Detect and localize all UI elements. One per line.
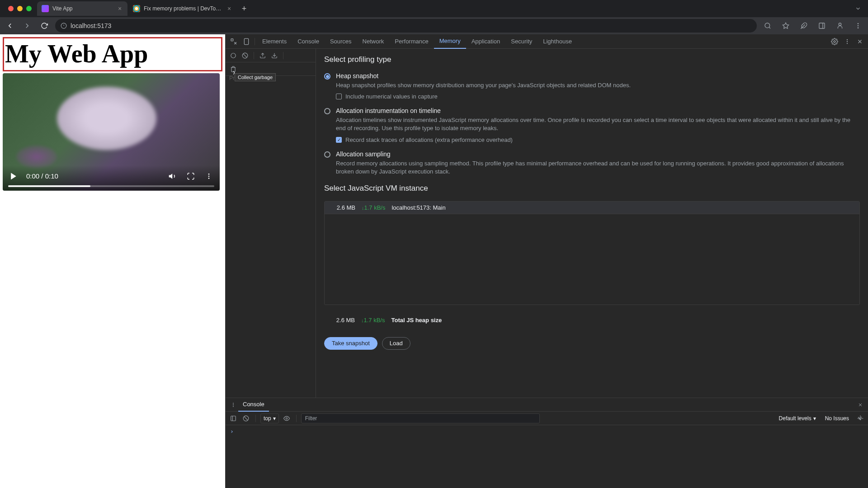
svg-point-23 [847,41,848,42]
svg-point-41 [286,418,288,419]
close-icon[interactable] [855,400,865,410]
gear-icon[interactable] [828,35,841,48]
device-toggle-icon[interactable] [240,35,253,48]
tab-title: Fix memory problems | DevTools [144,5,222,12]
radio-heap-snapshot[interactable]: Heap snapshot Heap snapshot profiles sho… [324,72,860,100]
menu-icon[interactable] [852,19,864,32]
radio-label: Heap snapshot [336,72,860,80]
chevron-down-icon[interactable] [852,2,864,15]
tab-title: Vite App [52,5,113,12]
chevron-down-icon: ▾ [813,415,816,422]
take-snapshot-button[interactable]: Take snapshot [324,337,377,350]
close-window-button[interactable] [8,6,14,11]
record-icon[interactable] [228,51,238,61]
profile-icon[interactable] [834,19,846,32]
radio-input[interactable] [324,108,330,114]
checkbox-input[interactable]: ✓ [336,137,342,143]
radio-allocation-timeline[interactable]: Allocation instrumentation on timeline A… [324,107,860,143]
forward-button[interactable] [21,19,33,32]
more-vertical-icon[interactable] [841,35,854,48]
play-icon[interactable] [8,171,19,182]
context-selector[interactable]: top ▾ [260,413,279,423]
fullscreen-icon[interactable] [185,171,196,182]
radio-description: Allocation timelines show instrumented J… [336,116,860,132]
svg-point-34 [233,406,234,407]
svg-point-10 [858,23,859,24]
tab-performance[interactable]: Performance [389,34,434,49]
inspect-icon[interactable] [227,35,240,48]
browser-tab[interactable]: Vite App × [37,1,127,16]
volume-icon[interactable] [167,171,178,182]
radio-description: Heap snapshot profiles show memory distr… [336,81,860,89]
clear-icon[interactable] [240,51,250,61]
tab-sources[interactable]: Sources [325,34,357,49]
tab-memory[interactable]: Memory [434,34,466,49]
upload-icon[interactable] [258,51,268,61]
svg-point-33 [233,404,234,405]
eye-icon[interactable] [282,413,292,423]
video-controls: 0:00 / 0:10 [3,165,220,191]
checkbox-input[interactable] [336,94,342,99]
vm-instance-heading: Select JavaScript VM instance [324,184,860,193]
browser-chrome: Vite App × Fix memory problems | DevTool… [0,0,868,34]
vm-instance-row[interactable]: 2.6 MB 1.7 kB/s localhost:5173: Main [325,202,859,214]
console-drawer: Console top ▾ Filter Default [226,398,868,488]
tab-network[interactable]: Network [357,34,390,49]
tab-lighthouse[interactable]: Lighthouse [538,34,577,49]
radio-label: Allocation instrumentation on timeline [336,107,860,114]
back-button[interactable] [4,19,16,32]
tab-elements[interactable]: Elements [257,34,292,49]
video-content [16,145,57,168]
svg-point-9 [839,23,841,25]
page-title: My Web App [3,37,222,71]
toolbar-right [761,19,864,32]
devtools-tabs: Elements Console Sources Network Perform… [226,34,868,49]
side-panel-icon[interactable] [816,19,828,32]
reload-button[interactable] [38,19,51,32]
bookmark-icon[interactable] [779,19,792,32]
zoom-icon[interactable] [761,19,774,32]
issues-count[interactable]: No Issues [821,415,853,422]
collect-garbage-icon[interactable] [228,64,238,74]
video-player[interactable]: 0:00 / 0:10 [3,73,220,191]
console-toolbar: top ▾ Filter Default levels ▾ No Issues [226,412,868,425]
devtools-panel: Elements Console Sources Network Perform… [225,34,868,488]
close-tab-icon[interactable]: × [226,5,232,12]
minimize-window-button[interactable] [17,6,23,11]
radio-allocation-sampling[interactable]: Allocation sampling Record memory alloca… [324,150,860,176]
console-filter-input[interactable]: Filter [301,413,540,423]
extensions-icon[interactable] [797,19,810,32]
more-vertical-icon[interactable] [228,400,238,410]
log-levels-selector[interactable]: Default levels ▾ [776,413,819,423]
tab-console[interactable]: Console [292,34,325,49]
site-info-icon[interactable] [61,23,67,29]
window-controls [4,6,36,11]
video-scrubber[interactable] [8,185,214,187]
more-icon[interactable] [203,171,214,182]
drawer-tab-console[interactable]: Console [238,398,269,412]
svg-point-16 [208,175,210,177]
profiling-type-group: Heap snapshot Heap snapshot profiles sho… [324,72,860,176]
tab-application[interactable]: Application [466,34,506,49]
download-icon[interactable] [269,51,279,61]
radio-input[interactable] [324,151,330,158]
chevron-down-icon: ▾ [273,415,276,422]
tab-strip: Vite App × Fix memory problems | DevTool… [0,0,868,17]
browser-tab[interactable]: Fix memory problems | DevTools × [128,1,237,16]
close-tab-icon[interactable]: × [117,5,123,12]
load-button[interactable]: Load [382,337,410,350]
tab-security[interactable]: Security [505,34,538,49]
radio-input[interactable] [324,73,330,80]
memory-actions: Take snapshot Load [324,332,860,355]
url-text: localhost:5173 [71,22,111,29]
address-bar[interactable]: localhost:5173 [55,19,757,33]
console-sidebar-toggle-icon[interactable] [228,413,238,423]
console-output[interactable]: › [226,425,868,488]
new-tab-button[interactable]: + [238,2,250,15]
svg-line-4 [769,27,770,28]
close-icon[interactable] [854,35,866,48]
vm-delta: 1.7 kB/s [362,204,385,211]
gear-icon[interactable] [855,413,865,423]
maximize-window-button[interactable] [26,6,32,11]
clear-console-icon[interactable] [241,413,251,423]
